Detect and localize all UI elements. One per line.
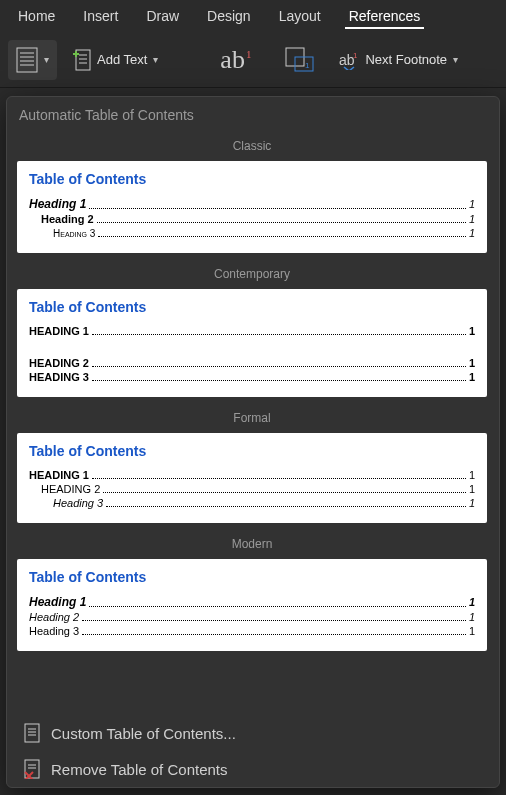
custom-toc-button[interactable]: Custom Table of Contents...: [7, 715, 499, 751]
style-label-formal: Formal: [7, 401, 497, 433]
toc-title: Table of Contents: [29, 299, 475, 315]
toc-h1: HEADING 1: [29, 325, 89, 337]
toc-title: Table of Contents: [29, 443, 475, 459]
ribbon: ▾ Add Text ▾ ab1 1 ab1 Next Footnote ▾: [0, 32, 506, 88]
remove-toc-button[interactable]: Remove Table of Contents: [7, 751, 499, 787]
add-text-button[interactable]: Add Text ▾: [65, 40, 166, 80]
tab-home[interactable]: Home: [4, 0, 69, 32]
footnote-ab-icon: ab1: [210, 45, 261, 75]
toc-h2: HEADING 2: [41, 483, 100, 495]
svg-rect-16: [25, 724, 39, 742]
toc-page: 1: [469, 325, 475, 337]
svg-text:1: 1: [353, 51, 358, 60]
toc-style-classic[interactable]: Table of Contents Heading 11 Heading 21 …: [17, 161, 487, 253]
chevron-down-icon: ▾: [44, 54, 49, 65]
custom-toc-label: Custom Table of Contents...: [51, 725, 236, 742]
toc-page: 1: [469, 611, 475, 623]
chevron-down-icon: ▾: [153, 54, 158, 65]
next-footnote-label: Next Footnote: [365, 52, 447, 67]
toc-gallery-panel: Automatic Table of Contents Classic Tabl…: [6, 96, 500, 788]
toc-page: 1: [469, 483, 475, 495]
toc-style-formal[interactable]: Table of Contents HEADING 11 HEADING 21 …: [17, 433, 487, 523]
add-text-icon: [73, 49, 91, 71]
panel-header: Automatic Table of Contents: [7, 97, 499, 129]
style-label-classic: Classic: [7, 129, 497, 161]
document-icon: [23, 723, 41, 743]
toc-page: 1: [469, 497, 475, 509]
tab-design[interactable]: Design: [193, 0, 265, 32]
remove-toc-label: Remove Table of Contents: [51, 761, 228, 778]
toc-h2: Heading 2: [41, 213, 94, 225]
document-remove-icon: [23, 759, 41, 779]
toc-page: 1: [469, 213, 475, 225]
footnote-pane-icon: 1: [285, 47, 315, 73]
toc-title: Table of Contents: [29, 171, 475, 187]
chevron-down-icon: ▾: [453, 54, 458, 65]
style-label-contemporary: Contemporary: [7, 257, 497, 289]
toc-h2: Heading 2: [29, 611, 79, 623]
toc-page: 1: [469, 198, 475, 210]
next-footnote-icon: ab1: [339, 50, 359, 70]
svg-text:1: 1: [305, 61, 310, 70]
toc-h3: Heading 3: [53, 228, 95, 239]
toc-page: 1: [469, 625, 475, 637]
toc-h1: Heading 1: [29, 595, 86, 609]
tab-draw[interactable]: Draw: [132, 0, 193, 32]
toc-style-contemporary[interactable]: Table of Contents HEADING 11 HEADING 21 …: [17, 289, 487, 397]
toc-page: 1: [469, 596, 475, 608]
toc-style-modern[interactable]: Table of Contents Heading 11 Heading 21 …: [17, 559, 487, 651]
add-text-label: Add Text: [97, 52, 147, 67]
panel-scroll-area[interactable]: Classic Table of Contents Heading 11 Hea…: [7, 129, 499, 715]
insert-footnote-button[interactable]: ab1: [202, 40, 269, 80]
tab-insert[interactable]: Insert: [69, 0, 132, 32]
toc-dropdown-button[interactable]: ▾: [8, 40, 57, 80]
toc-page: 1: [469, 227, 475, 239]
next-footnote-button[interactable]: ab1 Next Footnote ▾: [331, 40, 466, 80]
svg-rect-0: [17, 48, 37, 72]
toc-title: Table of Contents: [29, 569, 475, 585]
toc-h3: Heading 3: [53, 497, 103, 509]
toc-h1: HEADING 1: [29, 469, 89, 481]
style-label-modern: Modern: [7, 527, 497, 559]
toc-h3: Heading 3: [29, 625, 79, 637]
toc-page: 1: [469, 469, 475, 481]
toc-h2: HEADING 2: [29, 357, 89, 369]
menu-tabs: Home Insert Draw Design Layout Reference…: [0, 0, 506, 32]
footnote-pane-button[interactable]: 1: [277, 40, 323, 80]
toc-h3: HEADING 3: [29, 371, 89, 383]
toc-page: 1: [469, 371, 475, 383]
toc-h1: Heading 1: [29, 197, 86, 211]
toc-page: 1: [469, 357, 475, 369]
tab-references[interactable]: References: [335, 0, 435, 32]
toc-icon: [16, 47, 38, 73]
tab-layout[interactable]: Layout: [265, 0, 335, 32]
